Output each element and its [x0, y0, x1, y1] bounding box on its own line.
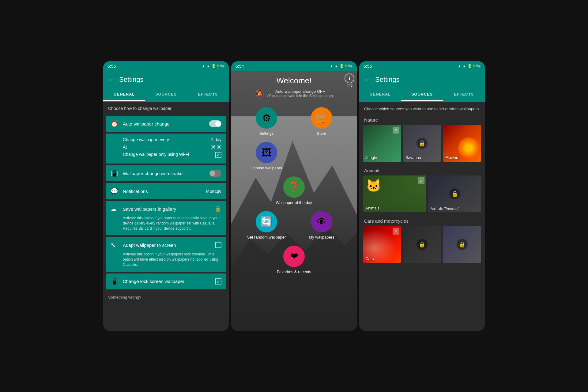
wifi-label: Change wallpaper only using Wi-Fi	[123, 152, 189, 158]
tab-general-1[interactable]: GENERAL	[103, 88, 145, 101]
wallpaper-day-icon: ❓	[283, 176, 305, 198]
adapt-icon: ⤡	[111, 241, 119, 249]
status-bar-3: 6:55 ▲ ▲ 🔋 97%	[359, 61, 485, 71]
thumb-flowers[interactable]: Flowers	[443, 125, 481, 162]
my-wallpapers-icon: 👁	[311, 211, 332, 232]
battery-pct: 97%	[217, 64, 224, 68]
status-bar-2: 6:54 ▲ ▲ 🔋 97%	[231, 61, 357, 71]
animals-premium-label: Animals (Premium)	[431, 207, 459, 210]
shake-label: Wallpaper change with shake	[123, 171, 205, 176]
my-wallpapers-label: My wallpapers	[309, 235, 334, 239]
notifications-label: Notifications	[123, 189, 202, 194]
page-title-3: Settings	[375, 76, 400, 84]
thumb-jungle[interactable]: ✓ Jungle	[363, 125, 401, 162]
signal-icon-3: ▲	[462, 64, 466, 68]
jungle-check[interactable]: ✓	[393, 127, 399, 134]
wifi-icon-2: ▲	[330, 64, 333, 68]
thumb-cars[interactable]: ✓ Cars	[363, 226, 401, 263]
sources-content: Choose which sources you want to use to …	[359, 102, 485, 331]
store-icon-circle: 🛒	[311, 107, 332, 129]
battery-pct-3: 97%	[473, 64, 481, 68]
battery-icon-3: 🔋	[467, 64, 472, 68]
thumb-animals[interactable]: 🐱 ✓ Animals	[363, 175, 426, 212]
status-time-3: 6:55	[364, 64, 372, 69]
animals-premium-lock: 🔒	[449, 188, 460, 199]
menu-grid: ⚙ Settings 🛒 Store 🖼 Choose wallpaper	[245, 107, 343, 274]
info-label: Info	[346, 83, 352, 88]
favorites-label: Favorites & recents	[277, 270, 311, 274]
menu-favorites[interactable]: ❤ Favorites & recents	[245, 246, 343, 274]
battery-icon: 🔋	[211, 64, 216, 68]
animals-check[interactable]: ✓	[418, 177, 424, 184]
at-row: At 06:00	[123, 143, 221, 151]
menu-choose-wallpaper[interactable]: 🖼 Choose wallpaper	[245, 142, 288, 170]
save-gallery-desc: Activate this option if you want to auto…	[111, 216, 221, 231]
auto-banner: 🔕 Auto wallpaper change OFF (You can act…	[255, 89, 333, 98]
menu-wallpaper-day[interactable]: ❓ Wallpaper of the day	[245, 176, 343, 205]
back-button-1[interactable]: ←	[108, 76, 115, 84]
change-every-value: 1 day	[211, 137, 221, 142]
save-gallery-label: Save wallpapers in gallery	[123, 206, 211, 212]
auto-wallpaper-toggle[interactable]	[209, 120, 221, 127]
adapt-desc: Activate this option if your wallpapers …	[111, 252, 221, 267]
notifications-value: Manage	[206, 189, 221, 194]
section-header-1: Choose how to change wallpaper	[103, 102, 229, 114]
info-button[interactable]: ℹ Info	[345, 74, 354, 88]
page-title-1: Settings	[119, 76, 144, 84]
wallpaper-frequency-row: Change wallpaper every 1 day At 06:00 Ch…	[123, 135, 221, 160]
status-bar-1: 6:55 ▲ ▲ 🔋 97%	[103, 61, 229, 71]
sources-header: Choose which sources you want to use to …	[363, 105, 481, 115]
back-button-3[interactable]: ←	[364, 76, 371, 84]
tab-effects-3[interactable]: EFFECTS	[443, 88, 485, 101]
tab-effects-1[interactable]: EFFECTS	[187, 88, 229, 101]
shake-toggle[interactable]	[209, 170, 221, 177]
status-time-1: 6:55	[107, 64, 116, 69]
wifi-row[interactable]: Change wallpaper only using Wi-Fi	[123, 151, 221, 159]
tab-sources-1[interactable]: SOURCES	[145, 88, 187, 101]
thumb-cars2[interactable]: 🔒	[443, 226, 481, 263]
phone-settings-sources: 6:55 ▲ ▲ 🔋 97% ← Settings GENERAL SOURCE…	[359, 61, 485, 331]
setting-shake[interactable]: 📳 Wallpaper change with shake	[106, 165, 226, 181]
thumb-animals-premium[interactable]: 🔒 Animals (Premium)	[428, 175, 481, 212]
menu-settings[interactable]: ⚙ Settings	[245, 107, 288, 136]
menu-store-item[interactable]: 🛒 Store	[300, 107, 343, 136]
tab-general-3[interactable]: GENERAL	[359, 88, 401, 101]
settings-content-1: Choose how to change wallpaper ⏰ Auto wa…	[103, 102, 229, 331]
auto-wallpaper-label: Auto wallpaper change	[123, 121, 205, 126]
setting-notifications[interactable]: 💬 Notifications Manage	[106, 183, 226, 199]
favorites-icon: ❤	[283, 246, 305, 267]
moto-lock: 🔒	[417, 239, 428, 250]
menu-set-random[interactable]: 🔄 Set random wallpaper	[245, 211, 288, 239]
thumb-moto[interactable]: 🔒	[403, 226, 441, 263]
alarm-icon: ⏰	[111, 120, 119, 127]
tabs-3: GENERAL SOURCES EFFECTS	[359, 88, 485, 102]
auto-banner-text: Auto wallpaper change OFF (You can activ…	[267, 89, 333, 98]
adapt-label: Adapt wallpaper to screen	[123, 243, 212, 248]
signal-icon-2: ▲	[334, 64, 338, 68]
cars-grid: ✓ Cars 🔒 🔒	[363, 226, 481, 263]
wallpaper-day-label: Wallpaper of the day	[276, 200, 312, 205]
lock-screen-checkbox[interactable]	[215, 278, 221, 285]
setting-lock-screen[interactable]: 📱 Change lock screen wallpaper	[106, 273, 226, 289]
bell-crossed-icon: 🔕	[255, 89, 264, 98]
phone-settings-general: 6:55 ▲ ▲ 🔋 97% ← Settings GENERAL SOURCE…	[103, 61, 229, 331]
category-nature: Nature	[363, 115, 481, 125]
tabs-1: GENERAL SOURCES EFFECTS	[103, 88, 229, 102]
signal-icon: ▲	[206, 64, 210, 68]
footer-text[interactable]: Something wrong?	[103, 291, 229, 303]
setting-adapt[interactable]: ⤡ Adapt wallpaper to screen Activate thi…	[106, 237, 226, 271]
thumb-savanna[interactable]: 🔒 Savanna	[403, 125, 441, 162]
cars-label: Cars	[365, 256, 374, 261]
choose-wallpaper-label: Choose wallpaper	[251, 166, 282, 170]
setting-auto-wallpaper[interactable]: ⏰ Auto wallpaper change	[106, 116, 226, 132]
tab-sources-3[interactable]: SOURCES	[401, 88, 443, 101]
cars-check[interactable]: ✓	[393, 228, 399, 235]
wifi-checkbox[interactable]	[215, 152, 221, 158]
lock-gallery-icon: 🔒	[215, 205, 221, 212]
menu-my-wallpapers[interactable]: 👁 My wallpapers	[300, 211, 343, 239]
cloud-icon: ☁	[111, 205, 119, 213]
savanna-lock: 🔒	[417, 138, 428, 149]
battery-pct-2: 97%	[345, 64, 352, 68]
adapt-checkbox[interactable]	[215, 242, 221, 248]
setting-save-gallery[interactable]: ☁ Save wallpapers in gallery 🔒 Activate …	[106, 201, 226, 235]
